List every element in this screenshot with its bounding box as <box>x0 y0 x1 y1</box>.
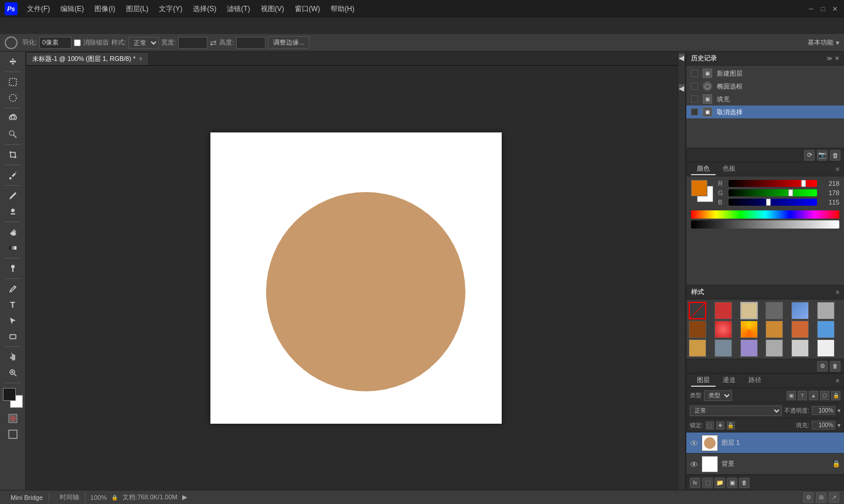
style-swatch-16[interactable] <box>765 339 783 357</box>
layer-item-background[interactable]: 背景 🔒 <box>686 454 844 475</box>
layers-filter-select[interactable]: 类型 <box>704 390 732 401</box>
style-swatch-4[interactable] <box>765 302 783 319</box>
channels-tab[interactable]: 通道 <box>717 374 741 387</box>
eyedropper-tool[interactable] <box>4 168 22 183</box>
history-panel-close-icon[interactable]: ✕ <box>835 55 839 62</box>
style-swatch-17[interactable] <box>791 339 809 357</box>
menu-item-S[interactable]: 选择(S) <box>188 3 221 15</box>
menu-item-T[interactable]: 滤镜(T) <box>222 3 254 15</box>
path-selection-tool[interactable] <box>4 313 22 328</box>
style-swatch-12[interactable] <box>817 321 835 338</box>
history-item-ellipse[interactable]: ◯ 椭圆选框 <box>686 80 844 93</box>
style-swatch-18[interactable] <box>817 339 835 357</box>
menu-item-E[interactable]: 编辑(E) <box>56 3 89 15</box>
styles-panel-header[interactable]: 样式 ≡ <box>686 285 844 299</box>
quick-select-tool[interactable] <box>4 127 22 142</box>
style-swatch-9[interactable] <box>740 321 758 338</box>
history-item-deselect[interactable]: ▣ 取消选择 <box>686 105 844 118</box>
style-swatch-10[interactable] <box>765 321 783 338</box>
status-settings-icon[interactable]: ⚙ <box>803 492 814 503</box>
eraser-tool[interactable] <box>4 224 22 240</box>
color-panel-header[interactable]: 颜色 色板 ≡ <box>686 162 844 176</box>
color-panel-menu[interactable]: ≡ <box>836 166 839 172</box>
collapse-icon-2[interactable]: ◀ <box>679 84 685 90</box>
r-slider-track[interactable] <box>729 180 817 187</box>
g-slider-track[interactable] <box>729 189 817 196</box>
timeline-tab[interactable]: 时间轴 <box>54 492 86 503</box>
status-expand-icon[interactable]: ↗ <box>829 492 839 503</box>
fg-color-swatch[interactable] <box>3 388 16 401</box>
layer-bg-visibility[interactable] <box>690 460 698 468</box>
close-button[interactable]: ✕ <box>830 4 839 13</box>
g-slider-thumb[interactable] <box>788 189 793 196</box>
styles-delete-icon[interactable]: 🗑 <box>830 361 840 372</box>
dodge-tool[interactable] <box>4 261 22 276</box>
style-swatch-11[interactable] <box>791 321 809 338</box>
layers-opacity-dropdown[interactable]: ▾ <box>838 407 840 414</box>
color-tab[interactable]: 颜色 <box>691 163 716 175</box>
history-delete[interactable]: 🗑 <box>830 150 840 161</box>
history-item-fill[interactable]: ▣ 填充 <box>686 93 844 105</box>
file-info-expand[interactable]: ▶ <box>182 493 187 501</box>
r-slider-thumb[interactable] <box>801 180 806 187</box>
move-tool[interactable] <box>4 54 22 69</box>
adjust-edge-button[interactable]: 调整边缘... <box>268 36 309 49</box>
layer-filter-smart[interactable]: ⬡ <box>820 391 829 400</box>
basic-functions-expand[interactable]: ▾ <box>836 39 839 47</box>
hand-tool[interactable] <box>4 349 22 365</box>
layer-filter-type[interactable]: T <box>798 391 807 400</box>
screen-mode[interactable] <box>4 427 22 442</box>
style-swatch-15[interactable] <box>740 339 758 357</box>
maximize-button[interactable]: □ <box>818 4 828 13</box>
lock-all-icon[interactable]: 🔒 <box>727 421 735 430</box>
add-group-button[interactable]: 📁 <box>714 478 725 488</box>
history-panel-header[interactable]: 历史记录 ≫ ✕ <box>686 52 844 66</box>
crop-tool[interactable] <box>4 147 22 162</box>
rectangle-shape-tool[interactable] <box>4 329 22 344</box>
status-adjust-icon[interactable]: ⊞ <box>816 492 826 503</box>
pen-tool[interactable] <box>4 281 22 297</box>
zoom-tool[interactable] <box>4 365 22 380</box>
history-panel-menu-icon[interactable]: ≫ <box>826 55 832 62</box>
history-item-new-layer[interactable]: ▣ 新建图层 <box>686 67 844 80</box>
anti-alias-checkbox[interactable] <box>74 39 81 46</box>
style-swatch-6[interactable] <box>817 302 835 319</box>
layer-filter-shape[interactable]: ▲ <box>809 391 818 400</box>
style-swatch-3[interactable] <box>740 302 758 319</box>
layers-opacity-input[interactable] <box>812 406 835 415</box>
menu-item-F[interactable]: 文件(F) <box>22 3 55 15</box>
history-step-backward[interactable]: ⟳ <box>804 150 815 161</box>
swatches-tab[interactable]: 色板 <box>717 163 741 175</box>
gradient-tool[interactable] <box>4 240 22 256</box>
delete-layer-button[interactable]: 🗑 <box>739 478 750 488</box>
stamp-tool[interactable] <box>4 204 22 219</box>
fg-bg-colors[interactable] <box>3 388 23 408</box>
style-swatch-5[interactable] <box>791 302 809 319</box>
text-tool[interactable]: T <box>4 297 22 312</box>
width-input[interactable] <box>178 37 207 49</box>
marquee-tool[interactable] <box>4 74 22 90</box>
color-fg-bg-swatches[interactable] <box>691 180 713 202</box>
layers-fill-input[interactable] <box>812 421 835 430</box>
layers-menu-icon[interactable]: ≡ <box>836 377 839 384</box>
paths-tab[interactable]: 路径 <box>743 374 767 387</box>
quick-mask-mode[interactable] <box>4 411 22 426</box>
style-swatch-7[interactable] <box>689 321 706 338</box>
collapse-icon-1[interactable]: ◀ <box>679 54 685 60</box>
color-spectrum-bar[interactable] <box>691 210 839 219</box>
add-fx-button[interactable]: fx <box>690 478 700 488</box>
layer-filter-lock[interactable]: 🔒 <box>831 391 840 400</box>
style-select[interactable]: 正常 <box>128 37 159 49</box>
menu-item-Y[interactable]: 文字(Y) <box>154 3 187 15</box>
document-tab[interactable]: 未标题-1 @ 100% (图层 1, RGB/8) * × <box>26 52 149 65</box>
tab-close-button[interactable]: × <box>139 56 142 62</box>
mini-bridge-tab[interactable]: Mini Bridge <box>5 493 49 502</box>
ellipse-marquee-tool[interactable] <box>4 90 22 105</box>
styles-settings-icon[interactable]: ⚙ <box>817 361 828 372</box>
height-input[interactable] <box>236 37 266 49</box>
menu-item-H[interactable]: 帮助(H) <box>326 3 359 15</box>
styles-panel-menu[interactable]: ≡ <box>836 289 839 295</box>
lock-pixels-icon[interactable]: ⬚ <box>706 421 714 430</box>
history-snapshot[interactable]: 📷 <box>817 150 828 161</box>
feather-input[interactable] <box>39 37 72 49</box>
